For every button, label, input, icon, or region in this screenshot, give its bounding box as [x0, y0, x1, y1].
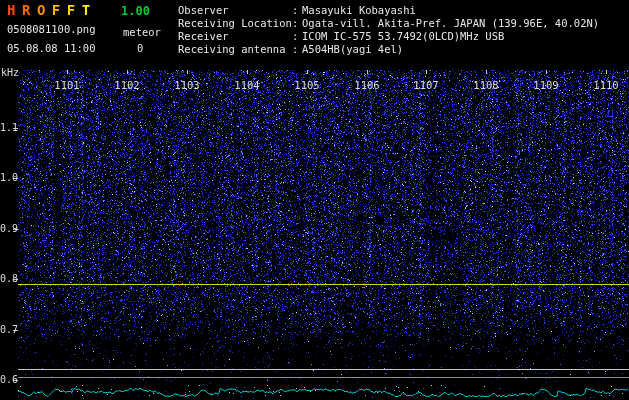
freq-tick-label: 1.0: [0, 172, 15, 183]
time-tick-label: 1102: [114, 79, 139, 91]
meteor-count: 0: [137, 42, 143, 54]
freq-tick-label: 0.6: [0, 374, 15, 385]
info-separator: :: [292, 4, 302, 17]
app-title-letter: R: [22, 2, 30, 18]
info-separator: :: [292, 17, 302, 30]
time-tick-label: 1107: [413, 79, 438, 91]
freq-tick-label: 0.9: [0, 223, 15, 234]
time-tick-label: 1103: [174, 79, 199, 91]
info-value: ICOM IC-575 53.7492(0LCD)MHz USB: [302, 30, 504, 42]
app-title-letter: O: [37, 2, 45, 18]
meteor-label: meteor: [123, 26, 161, 38]
datetime-label: 05.08.08 11:00: [7, 42, 96, 54]
app-title: HROFFT: [7, 2, 97, 18]
app-title-letter: T: [82, 2, 90, 18]
info-label: Receiving antenna: [178, 43, 292, 56]
app-title-letter: F: [52, 2, 60, 18]
freq-tick-label: 0.7: [0, 324, 15, 335]
info-separator: :: [292, 30, 302, 43]
app-title-letter: F: [67, 2, 75, 18]
hrofft-window: HROFFT 1.00 0508081100.png meteor 0 05.0…: [0, 0, 629, 400]
info-value: Masayuki Kobayashi: [302, 4, 416, 16]
spectrogram-canvas: [0, 0, 629, 400]
info-label: Receiving Location: [178, 17, 292, 30]
time-tick-label: 1105: [294, 79, 319, 91]
info-row: Receiver:ICOM IC-575 53.7492(0LCD)MHz US…: [178, 30, 599, 43]
info-separator: :: [292, 43, 302, 56]
time-tick-label: 1109: [533, 79, 558, 91]
info-label: Observer: [178, 4, 292, 17]
info-value: Ogata-vill. Akita-Pref. JAPAN (139.96E, …: [302, 17, 599, 29]
time-tick-label: 1106: [354, 79, 379, 91]
info-label: Receiver: [178, 30, 292, 43]
time-tick-label: 1101: [54, 79, 79, 91]
info-row: Receiving Location:Ogata-vill. Akita-Pre…: [178, 17, 599, 30]
app-title-letter: H: [7, 2, 15, 18]
time-tick-label: 1104: [234, 79, 259, 91]
info-row: Observer:Masayuki Kobayashi: [178, 4, 599, 17]
time-tick-label: 1108: [473, 79, 498, 91]
freq-tick-label: 0.8: [0, 273, 15, 284]
filename-label: 0508081100.png: [7, 23, 96, 35]
freq-axis-unit: kHz: [1, 67, 19, 78]
freq-tick-label: 1.1: [0, 122, 15, 133]
version-label: 1.00: [121, 4, 150, 18]
info-value: A504HB(yagi 4el): [302, 43, 403, 55]
time-tick-label: 1110: [593, 79, 618, 91]
station-info: Observer:Masayuki KobayashiReceiving Loc…: [178, 4, 599, 56]
info-row: Receiving antenna:A504HB(yagi 4el): [178, 43, 599, 56]
